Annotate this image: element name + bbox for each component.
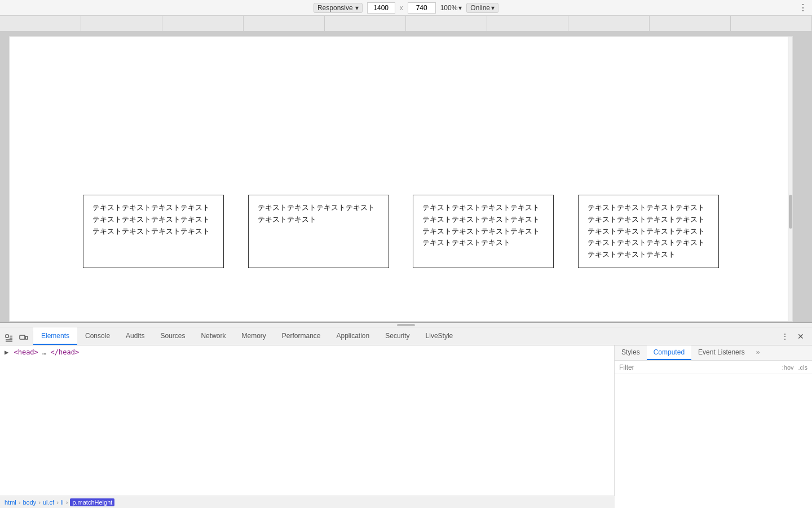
content-box-3: テキストテキストテキストテキストテキストテキストテキストテキストテキストテキスト… — [413, 195, 554, 268]
devtools-drag-handle[interactable] — [0, 323, 812, 327]
styles-tab-more[interactable]: » — [752, 345, 765, 360]
tab-elements[interactable]: Elements — [33, 327, 77, 345]
breadcrumb-p[interactable]: p.matchHeight — [70, 498, 114, 506]
svg-rect-6 — [25, 336, 28, 339]
scrollbar-track[interactable] — [788, 37, 792, 321]
nav-segment-7 — [487, 16, 568, 31]
breadcrumb-sep-2: › — [38, 499, 41, 506]
tab-security[interactable]: Security — [377, 327, 417, 345]
responsive-selector[interactable]: Responsive ▾ — [314, 3, 363, 13]
content-box-1: テキストテキストテキストテキストテキストテキストテキストテキストテキストテキスト… — [83, 195, 224, 268]
height-input[interactable] — [408, 2, 436, 14]
zoom-selector[interactable]: 100% ▾ — [440, 4, 462, 12]
arrow-icon: ▶ — [5, 348, 8, 356]
dimension-separator: x — [400, 4, 403, 12]
breadcrumb-ul[interactable]: ul.cf — [43, 499, 54, 506]
nav-segment-10 — [731, 16, 812, 31]
device-toolbar: Responsive ▾ x 100% ▾ Online ▾ ⋮ — [0, 0, 812, 16]
styles-tab-event-listeners[interactable]: Event Listeners — [691, 345, 752, 360]
styles-panel-tabs: Styles Computed Event Listeners » — [615, 345, 812, 361]
tab-console[interactable]: Console — [77, 327, 118, 345]
styles-tab-styles[interactable]: Styles — [615, 345, 647, 360]
tab-sources[interactable]: Sources — [152, 327, 193, 345]
filter-input[interactable] — [619, 364, 778, 371]
zoom-label: 100% — [440, 4, 458, 12]
breadcrumb-html[interactable]: html — [5, 499, 16, 506]
nav-segment-8 — [568, 16, 650, 31]
nav-segment-2 — [81, 16, 162, 31]
devtools-body: ▶ <head> … </head> html › body › ul.cf ›… — [0, 345, 812, 508]
breadcrumb-sep-3: › — [56, 499, 59, 506]
breadcrumb-bar: html › body › ul.cf › li › p.matchHeight — [0, 496, 615, 508]
devtools-panel: Elements Console Audits Sources Network … — [0, 322, 812, 508]
breadcrumb-body[interactable]: body — [23, 499, 36, 506]
dom-item-head[interactable]: ▶ <head> … </head> — [0, 348, 614, 357]
nav-segment-3 — [162, 16, 244, 31]
responsive-label: Responsive — [317, 4, 353, 12]
inspect-element-button[interactable] — [2, 331, 16, 345]
tab-audits[interactable]: Audits — [118, 327, 152, 345]
svg-rect-0 — [6, 335, 8, 338]
responsive-arrow-icon: ▾ — [355, 4, 359, 12]
devtools-close-button[interactable]: ✕ — [794, 330, 807, 343]
zoom-arrow-icon: ▾ — [458, 4, 462, 12]
device-mode-button[interactable] — [17, 331, 30, 345]
content-box-4: テキストテキストテキストテキストテキストテキストテキストテキストテキストテキスト… — [578, 195, 719, 268]
tab-network[interactable]: Network — [193, 327, 233, 345]
devtools-more-button[interactable]: ⋮ — [778, 330, 792, 343]
tab-livestyle[interactable]: LiveStyle — [418, 327, 461, 345]
breadcrumb-li[interactable]: li — [61, 499, 64, 506]
more-button[interactable]: ⋮ — [798, 2, 807, 13]
filter-bar: :hov .cls — [615, 361, 812, 374]
filter-cls[interactable]: .cls — [798, 364, 808, 371]
online-selector[interactable]: Online ▾ — [466, 3, 498, 13]
online-label: Online — [470, 4, 490, 12]
devtools-tabs-right: ⋮ ✕ — [778, 327, 812, 345]
dom-panel[interactable]: ▶ <head> … </head> — [0, 345, 615, 496]
tab-application[interactable]: Application — [329, 327, 378, 345]
scrollbar-thumb[interactable] — [789, 195, 792, 229]
page-preview: テキストテキストテキストテキストテキストテキストテキストテキストテキストテキスト… — [9, 36, 793, 322]
nav-segment-5 — [325, 16, 406, 31]
content-box-2: テキストテキストテキストテキストテキストテキスト — [248, 195, 389, 268]
browser-nav — [0, 16, 812, 32]
nav-segment-9 — [650, 16, 731, 31]
tab-memory[interactable]: Memory — [233, 327, 273, 345]
breadcrumb-sep-1: › — [19, 499, 21, 506]
nav-segment-6 — [406, 16, 487, 31]
drag-handle-icon — [397, 324, 415, 326]
devtools-tabs-bar: Elements Console Audits Sources Network … — [0, 327, 812, 345]
content-boxes-container: テキストテキストテキストテキストテキストテキストテキストテキストテキストテキスト… — [10, 195, 792, 268]
styles-panel: Styles Computed Event Listeners » :hov .… — [615, 345, 812, 508]
width-input[interactable] — [367, 2, 395, 14]
nav-segment-1 — [0, 16, 81, 31]
tab-performance[interactable]: Performance — [274, 327, 329, 345]
nav-segment-4 — [244, 16, 325, 31]
styles-tab-computed[interactable]: Computed — [647, 345, 691, 360]
breadcrumb-sep-4: › — [66, 499, 68, 506]
filter-hov[interactable]: :hov — [782, 364, 794, 371]
svg-rect-5 — [20, 335, 25, 339]
online-arrow-icon: ▾ — [491, 4, 495, 12]
